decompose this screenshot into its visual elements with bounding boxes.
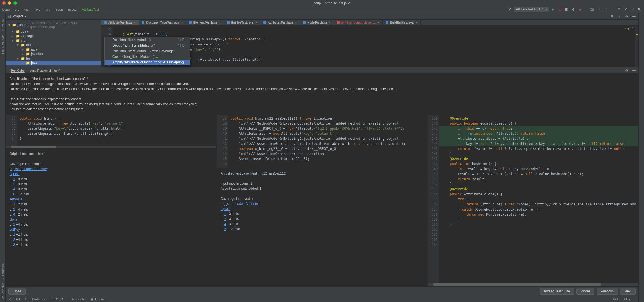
breadcrumb-item[interactable]: jsoup xyxy=(56,8,63,11)
sb-event-log[interactable]: ◑ Event Log xyxy=(613,297,631,301)
file-tab[interactable]: ElementTest.java✕ xyxy=(186,20,224,25)
warning-indicator[interactable]: ⚠ 4 ˆ ˇ xyxy=(624,27,633,30)
code-text[interactable]: public void html_mg22_assSep112() throws… xyxy=(228,115,428,168)
maximize-window-icon[interactable] xyxy=(13,1,17,5)
rollback-icon[interactable]: ↶ xyxy=(624,7,628,12)
code-text[interactable]: public void html() { Attribute attr = ne… xyxy=(17,115,216,146)
run-config-selector[interactable]: AttributeTest.html (1) ▾ xyxy=(514,7,549,12)
gear-icon[interactable]: ⚙ xyxy=(624,68,629,73)
original-test-pane: 10 11 12 13 14 public void html() { Attr… xyxy=(6,115,217,286)
editor[interactable]: 15 16 17 18 19 20 21 22 @Test(timeout = … xyxy=(101,26,638,67)
git-push-icon[interactable]: ↗ xyxy=(604,7,608,12)
menu-debug[interactable]: Debug 'html_literalMutati...()'^⇧D xyxy=(105,43,190,48)
sb-terminal[interactable]: ▣ Terminal xyxy=(91,297,106,301)
coverage-method-link[interactable]: setKey xyxy=(10,228,20,232)
file-tab[interactable]: EntitiesTest.java✕ xyxy=(224,20,260,25)
file-tab[interactable]: BuildEntities.java✕ xyxy=(383,20,421,25)
run-icon[interactable]: ▶ xyxy=(551,7,555,12)
coverage-method-link[interactable]: clone xyxy=(10,218,18,221)
file-tab[interactable]: AttributesTest.java✕ xyxy=(260,20,300,25)
scrollbar[interactable] xyxy=(428,283,638,286)
tree-node[interactable]: ▾📁 src xyxy=(6,38,101,43)
dropdown-icon[interactable]: ▾ xyxy=(25,14,26,18)
tree-node[interactable]: ▸📁 javadoc xyxy=(6,52,101,56)
menu-run-coverage[interactable]: Run 'html_literalMutati...()' with Cover… xyxy=(105,48,190,54)
close-icon[interactable]: ✕ xyxy=(377,21,380,24)
close-icon[interactable]: ✕ xyxy=(329,21,331,24)
profile-icon[interactable]: ⏱ xyxy=(571,7,576,12)
close-icon[interactable]: ✕ xyxy=(181,21,183,24)
breadcrumb-item[interactable]: jsoup xyxy=(2,8,10,11)
close-icon[interactable]: ✕ xyxy=(133,21,136,24)
sb-git[interactable]: ⎇ 9: Git xyxy=(8,297,20,301)
tree-node[interactable]: ▾📁 test xyxy=(6,56,101,61)
ignore-button[interactable]: Ignore xyxy=(576,288,594,295)
next-button[interactable]: Next xyxy=(620,288,636,295)
rail-project[interactable]: 1: Project xyxy=(1,19,4,31)
add-to-suite-button[interactable]: Add To Test Suite xyxy=(540,288,574,295)
coverage-class-link[interactable]: org.jsoup.nodes.Attribute xyxy=(221,202,258,206)
tab-test-cube[interactable]: Test Cube xyxy=(8,68,27,73)
close-window-icon[interactable] xyxy=(2,1,6,5)
sb-problems[interactable]: ⊘ 6: Problems xyxy=(25,297,45,301)
code-text[interactable]: @Override public boolean equals(Object o… xyxy=(439,115,638,283)
coverage-method-link[interactable]: equals xyxy=(221,207,230,211)
tree-node[interactable]: ▸📁 .settings xyxy=(6,34,101,38)
breadcrumb-item[interactable]: java xyxy=(35,8,40,11)
git-commit-icon[interactable]: ✓ xyxy=(597,7,601,12)
tree-node[interactable]: ▸📁 java xyxy=(6,47,101,52)
breadcrumb-item[interactable]: src xyxy=(15,8,19,11)
close-icon[interactable]: ✕ xyxy=(219,21,221,24)
rail-favorites[interactable]: 2: Favorites xyxy=(1,283,4,299)
gear-icon[interactable]: ⚙ xyxy=(624,14,629,19)
error-stripe[interactable] xyxy=(635,26,638,67)
tree-node[interactable]: ▾📁 main xyxy=(6,43,101,47)
hammer-icon[interactable]: ⚒ xyxy=(507,7,512,12)
debug-icon[interactable]: 🐞 xyxy=(558,7,562,12)
close-icon[interactable]: ✕ xyxy=(295,21,297,24)
search-icon[interactable]: 🔍 xyxy=(637,7,642,12)
tree-root[interactable]: ▾📁 jsoup ~/Documents/StudyObjects/dspot-… xyxy=(6,21,101,29)
tree-node[interactable]: ▸📁 .idea xyxy=(6,29,101,34)
sb-test-cube[interactable]: Test Cube xyxy=(68,297,86,301)
minimize-window-icon[interactable] xyxy=(8,1,11,5)
breadcrumb-item[interactable]: org xyxy=(46,8,50,11)
branch-icon[interactable]: ⎇ xyxy=(631,7,635,12)
rail-pull-requests[interactable]: Pull Requests xyxy=(1,35,4,54)
sb-todo[interactable]: ☰ TODO xyxy=(50,297,63,301)
target-icon[interactable]: ⊕ xyxy=(610,14,614,19)
git-update-icon[interactable]: ⤓ xyxy=(610,7,615,12)
tab-amplification[interactable]: Amplification of 'html()' xyxy=(27,68,64,73)
menu-run[interactable]: Run 'html_literalMutati...()'^⇧R xyxy=(105,37,190,43)
code-text[interactable]: @Test(timeout = 10000) public void html_… xyxy=(113,26,638,67)
breadcrumb-item[interactable]: nodes xyxy=(68,8,77,11)
coverage-class-link[interactable]: org.jsoup.nodes.Attribute xyxy=(10,167,47,171)
file-tab[interactable]: terminal_output_dspot.txt✕ xyxy=(334,20,383,25)
scrollbar[interactable] xyxy=(6,146,216,148)
close-button[interactable]: Close xyxy=(8,288,26,295)
tree-node-selected[interactable]: ▸📁 java xyxy=(6,61,101,65)
menu-amplify[interactable]: Amplify 'htmlliteralMutationString19_ass… xyxy=(105,60,190,65)
breadcrumb-item[interactable]: AttributeTest xyxy=(82,8,99,11)
file-tab[interactable]: NodeTest.java✕ xyxy=(300,20,334,25)
hide-icon[interactable]: — xyxy=(632,68,636,73)
history-icon[interactable]: ⟳ xyxy=(617,7,622,12)
file-tab[interactable]: DocumentTypeTest.java✕ xyxy=(139,20,186,25)
close-icon[interactable]: ✕ xyxy=(415,21,417,24)
project-tree[interactable]: ▾📁 jsoup ~/Documents/StudyObjects/dspot-… xyxy=(6,20,101,67)
chevron-up-icon[interactable]: ˆ xyxy=(630,27,631,30)
stop-icon[interactable]: ■ xyxy=(578,7,582,12)
rail-structure[interactable]: 7: Structure xyxy=(1,263,4,279)
coverage-method-link[interactable]: equals xyxy=(10,172,19,176)
file-tab[interactable]: AttributeTest.java✕ xyxy=(101,20,139,25)
breadcrumb-item[interactable]: test xyxy=(24,8,29,11)
close-icon[interactable]: ✕ xyxy=(255,21,257,24)
gutter: 37 38 39 40 41 42 43 44 45 46 xyxy=(217,115,228,168)
menu-create-run[interactable]: Create 'html_literalMutati...()'... xyxy=(105,54,190,60)
chevron-down-icon[interactable]: ˇ xyxy=(632,27,633,30)
coverage-method-link[interactable]: setValue xyxy=(10,197,22,201)
previous-button[interactable]: Previous xyxy=(597,288,618,295)
expand-icon[interactable]: ⤢ xyxy=(617,14,622,19)
coverage-icon[interactable]: ◧ xyxy=(564,7,569,12)
hide-icon[interactable]: — xyxy=(632,14,636,19)
